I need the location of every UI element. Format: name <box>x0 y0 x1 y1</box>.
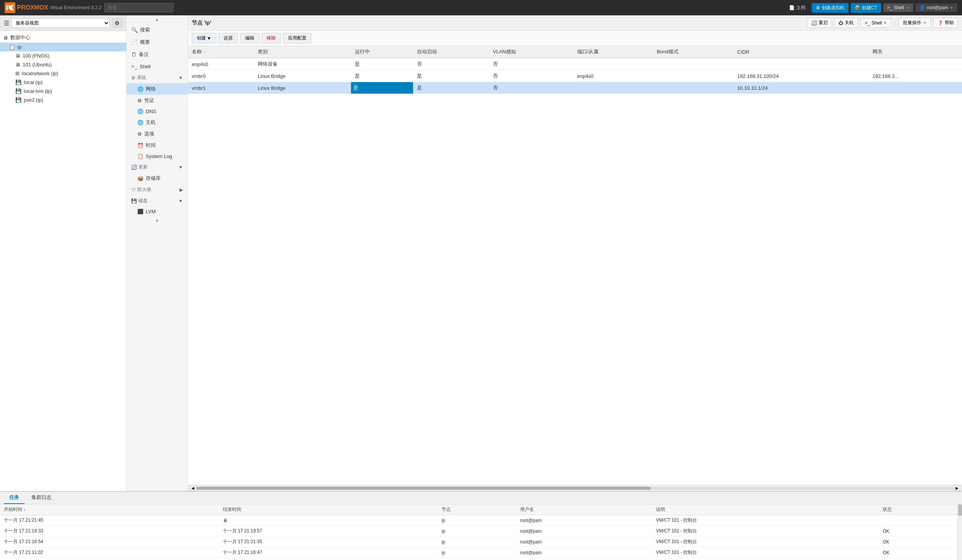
nav-item-dns[interactable]: 🌐 DNS <box>127 106 188 117</box>
user-menu-button[interactable]: 👤 root@pam ▼ <box>916 3 957 12</box>
server-view-icon: ☰ <box>4 20 9 27</box>
restore-button[interactable]: 还原 <box>219 33 238 43</box>
cell-cidr: 192.168.31.100/24 <box>733 70 869 82</box>
toolbar-divider: | <box>894 20 896 26</box>
nav-item-credentials[interactable]: ⚙ 凭证 <box>127 95 188 106</box>
col-running[interactable]: 运行中 <box>351 46 413 58</box>
task-end-time: 十一月 17 21:16:47 <box>219 547 438 558</box>
task-row[interactable]: 十一月 17 21:21:45 🖥 ip root@pam VM/CT 101 … <box>0 515 957 526</box>
create-network-button[interactable]: 创建 ▼ <box>192 33 216 43</box>
create-vm-button[interactable]: 🖥 创建虚拟机 <box>812 3 848 13</box>
tree-item-localnetwork[interactable]: ⊞ localnetwork (ip) <box>0 69 126 78</box>
tree-item-101[interactable]: 🖥 101 (Ubuntu) <box>0 60 126 69</box>
nav-item-shell[interactable]: >_ Shell <box>127 61 188 72</box>
tree-item-100[interactable]: 🖥 100 (FNOS) <box>0 51 126 60</box>
nav-item-search[interactable]: 🔍 搜索 <box>127 24 188 36</box>
task-start-time: 十一月 17 21:21:45 <box>0 515 219 526</box>
shell-top-chevron-icon: ▼ <box>883 21 887 25</box>
tree-item-ip[interactable]: 📋 ip <box>0 43 126 51</box>
col-start-time[interactable]: 开始时间 ↓ <box>0 504 219 515</box>
scroll-track[interactable] <box>196 487 954 490</box>
table-row[interactable]: enp4s0 网络设备 是 否 否 <box>188 58 962 70</box>
pve2-icon: 💾 <box>15 97 21 103</box>
nav-item-hosts[interactable]: 🌐 主机 <box>127 117 188 128</box>
bottom-panel: 任务 集群日志 开始时间 ↓ 结束时间 节点 用户名 说明 状态 十 <box>0 491 962 560</box>
table-row[interactable]: vmbr0 Linux Bridge 是 是 否 enp4s0 192.168.… <box>188 70 962 82</box>
shell-top-button[interactable]: >_ Shell ▼ <box>860 18 891 28</box>
credentials-label: 凭证 <box>144 97 154 104</box>
bottom-scrollbar[interactable] <box>957 504 962 560</box>
col-name[interactable]: 名称 ↑ <box>188 46 254 58</box>
tree-item-local-lvm[interactable]: 💾 local-lvm (ip) <box>0 87 126 96</box>
global-search-input[interactable] <box>104 3 173 12</box>
tree-item-pve2[interactable]: 💾 pve2 (ip) <box>0 96 126 104</box>
col-status[interactable]: 状态 <box>879 504 957 515</box>
sort-name-icon: ↑ <box>203 50 205 54</box>
remove-button[interactable]: 移除 <box>262 33 281 43</box>
horizontal-scrollbar[interactable]: ◀ ▶ <box>188 485 962 491</box>
col-type[interactable]: 类别 <box>254 46 351 58</box>
tab-cluster-log[interactable]: 集群日志 <box>26 492 57 504</box>
nav-scroll-down-button[interactable]: ▼ <box>127 217 188 225</box>
nav-item-options[interactable]: ⚙ 选项 <box>127 128 188 140</box>
col-username[interactable]: 用户名 <box>516 504 652 515</box>
col-ports[interactable]: 端口/从属 <box>573 46 653 58</box>
nav-item-notes[interactable]: 🗒 备注 <box>127 48 188 61</box>
server-view-header: ☰ 服务器视图 ⚙ <box>0 15 126 31</box>
nav-item-network[interactable]: 🌐 网络 <box>127 83 188 95</box>
task-node: ip <box>438 515 516 526</box>
col-bond[interactable]: Bond模式 <box>653 46 733 58</box>
task-node: ip <box>438 547 516 558</box>
nav-item-summary[interactable]: 📄 概要 <box>127 36 188 48</box>
task-description: VM/CT 101 - 控制台 <box>652 515 879 526</box>
cell-vlan: 否 <box>489 58 573 70</box>
settings-button[interactable]: ⚙ <box>112 18 122 28</box>
scroll-left-button[interactable]: ◀ <box>189 485 196 491</box>
shell-button[interactable]: >_ Shell ▼ <box>883 3 913 12</box>
task-username: root@pam <box>516 515 652 526</box>
nav-scroll-up-button[interactable]: ▲ <box>127 15 188 24</box>
task-row[interactable]: 十一月 17 21:16:54 十一月 17 21:21:35 ip root@… <box>0 537 957 547</box>
batch-ops-button[interactable]: 批量操作 ▼ <box>899 18 931 28</box>
proxmox-brand: PROXMOX <box>17 4 48 11</box>
dns-label: DNS <box>146 109 156 114</box>
localnetwork-label: localnetwork (ip) <box>22 71 123 76</box>
refresh-button[interactable]: 🔄 重启 <box>807 18 832 28</box>
server-view-select[interactable]: 服务器视图 <box>12 18 110 28</box>
apply-config-button[interactable]: 应用配置 <box>283 33 311 43</box>
app-subtitle: Virtual Environment 8.2.2 <box>50 5 102 10</box>
task-row[interactable]: 十一月 17 21:11:02 十一月 17 21:16:47 ip root@… <box>0 547 957 558</box>
col-gateway[interactable]: 网关 <box>869 46 962 58</box>
nav-item-lvm[interactable]: ⬛ LVM <box>127 206 188 217</box>
create-ct-button[interactable]: 📦 创建CT <box>851 3 881 13</box>
local-label: local (ip) <box>24 79 123 85</box>
nav-section-system[interactable]: ⚙ 系统 ▼ <box>127 72 188 83</box>
nav-item-repositories[interactable]: 📦 存储库 <box>127 173 188 184</box>
nav-item-syslog[interactable]: 📋 System Log <box>127 151 188 161</box>
tree-item-datacenter[interactable]: 🖥 数据中心 <box>0 33 126 43</box>
col-autostart[interactable]: 自动启动 <box>413 46 489 58</box>
nav-item-time[interactable]: ⏰ 时间 <box>127 140 188 151</box>
scroll-right-button[interactable]: ▶ <box>954 485 960 491</box>
col-vlan[interactable]: VLAN感知 <box>489 46 573 58</box>
user-chevron-icon: ▼ <box>950 6 954 10</box>
time-icon: ⏰ <box>137 143 143 148</box>
col-description[interactable]: 说明 <box>652 504 879 515</box>
help-button[interactable]: ❓ 帮助 <box>933 18 958 28</box>
hosts-icon: 🌐 <box>137 120 143 125</box>
tab-tasks[interactable]: 任务 <box>4 492 25 504</box>
table-row-selected[interactable]: vmbr1 Linux Bridge 是 是 否 10.10.10.1/24 <box>188 82 962 94</box>
doc-button[interactable]: 📄 文档 <box>785 3 809 13</box>
nav-section-updates[interactable]: 🔄 更新 ▼ <box>127 161 188 173</box>
task-row[interactable]: 十一月 17 21:19:33 十一月 17 21:19:57 ip root@… <box>0 526 957 537</box>
task-description: VM/CT 101 - 控制台 <box>652 526 879 537</box>
col-end-time[interactable]: 结束时间 <box>219 504 438 515</box>
nav-section-firewall[interactable]: 🛡 防火墙 ▶ <box>127 184 188 195</box>
cell-cidr <box>733 58 869 70</box>
nav-section-disk[interactable]: 💾 磁盘 ▼ <box>127 195 188 206</box>
tree-item-local[interactable]: 💾 local (ip) <box>0 78 126 87</box>
col-node[interactable]: 节点 <box>438 504 516 515</box>
edit-button[interactable]: 编辑 <box>240 33 259 43</box>
col-cidr[interactable]: CIDR <box>733 46 869 58</box>
shutdown-button[interactable]: ⏻ 关机 <box>834 18 858 28</box>
